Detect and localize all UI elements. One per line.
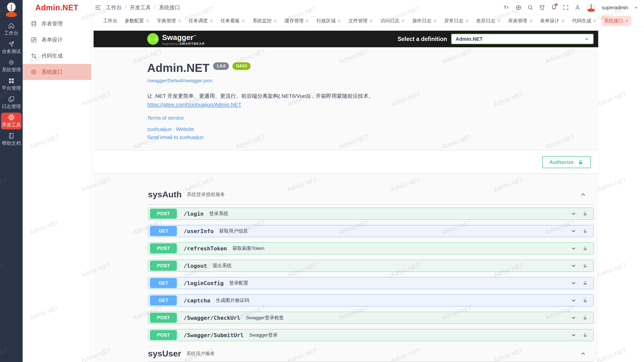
lock-open-icon[interactable] [582, 280, 588, 286]
search-icon[interactable] [527, 5, 533, 11]
grid-icon [8, 77, 15, 84]
profile-icon[interactable] [575, 5, 581, 11]
section-header-sysuser[interactable]: sysUser 系统用户服务 [148, 349, 594, 362]
theme-icon[interactable] [539, 5, 545, 11]
form-icon [31, 37, 37, 43]
authorize-button[interactable]: Authorize [542, 156, 591, 168]
close-icon[interactable] [433, 19, 437, 23]
close-icon[interactable] [369, 19, 373, 23]
chevron-up-icon[interactable] [580, 351, 586, 357]
close-icon[interactable] [273, 19, 277, 23]
close-icon[interactable] [305, 19, 309, 23]
terms-link[interactable]: Terms of service [147, 115, 594, 121]
rail-item-biz-test[interactable]: 业务测试 [1, 39, 22, 56]
api-operation-row[interactable]: POST /refreshToken 获取刷新Token [148, 242, 594, 254]
close-icon[interactable] [210, 19, 213, 23]
api-operation-row[interactable]: POST /login 登录系统 [148, 208, 594, 220]
sidebar-item-db-table-mgmt[interactable]: 库表管理 [23, 16, 91, 32]
sidebar-item-form-design[interactable]: 表单设计 [23, 32, 91, 48]
chevron-up-icon[interactable] [580, 192, 586, 198]
tab[interactable]: 文件管理 [346, 16, 376, 26]
contact-link[interactable]: zuohuaijun - Website [147, 126, 594, 132]
chevron-down-icon[interactable] [571, 280, 576, 286]
tab[interactable]: 系统接口 [601, 16, 631, 26]
tab[interactable]: 代码生成 [569, 16, 599, 26]
tab[interactable]: 操作日志 [410, 16, 440, 26]
app-logo[interactable] [5, 2, 18, 17]
lock-open-icon[interactable] [582, 263, 588, 268]
tab[interactable]: 差异日志 [473, 16, 504, 26]
language-icon[interactable] [515, 5, 521, 11]
chevron-down-icon[interactable] [571, 315, 576, 321]
close-icon[interactable] [593, 19, 597, 23]
api-operation-row[interactable]: POST /logout 退出系统 [148, 260, 594, 272]
tab[interactable]: 库表管理 [505, 16, 536, 26]
tab[interactable]: 任务看板 [218, 16, 248, 26]
breadcrumb-item[interactable]: 系统接口 [159, 4, 180, 11]
rail-item-system-mgmt[interactable]: 系统管理 [1, 58, 22, 74]
tab[interactable]: 访问日志 [378, 16, 408, 26]
close-icon[interactable] [465, 19, 469, 23]
definition-select[interactable]: Admin.NET [451, 34, 594, 44]
chevron-down-icon[interactable] [571, 298, 576, 303]
close-icon[interactable] [178, 19, 181, 23]
chevron-down-icon[interactable] [571, 263, 576, 268]
tab[interactable]: 参数配置 [122, 16, 152, 26]
chevron-down-icon[interactable] [571, 246, 576, 251]
close-icon[interactable] [497, 19, 501, 23]
lock-open-icon[interactable] [582, 315, 588, 321]
breadcrumb-item[interactable]: 开发工具 [130, 4, 151, 11]
api-operation-row[interactable]: GET /userInfo 获取用户信息 [148, 225, 594, 237]
api-operation-row[interactable]: POST /Swagger/CheckUrl Swagger登录检查 [148, 312, 594, 324]
lock-open-icon[interactable] [582, 228, 588, 234]
user-avatar[interactable] [586, 3, 596, 12]
tab[interactable]: 缓存管理 [282, 16, 312, 26]
lock-open-icon[interactable] [582, 211, 588, 216]
fullscreen-icon[interactable] [563, 5, 569, 11]
tab[interactable]: 异常日志 [441, 16, 472, 26]
sidebar-collapse-icon[interactable] [95, 4, 101, 11]
rail-item-help-docs[interactable]: 帮助文档 [1, 131, 22, 148]
spec-url-link[interactable]: /swagger/Default/swagger.json [147, 78, 212, 83]
close-icon[interactable] [529, 19, 533, 23]
close-icon[interactable] [146, 19, 149, 23]
lock-open-icon[interactable] [582, 246, 588, 251]
rail-item-workbench[interactable]: 工作台 [1, 21, 22, 38]
tab-label: 异常日志 [444, 18, 463, 24]
operation-controls [571, 332, 588, 338]
tab[interactable]: 任务调度 [186, 16, 216, 26]
api-operation-row[interactable]: GET /captcha 生成图片验证码 [148, 294, 594, 306]
close-icon[interactable] [625, 19, 629, 23]
rail-item-dev-tools[interactable]: 开发工具 [1, 113, 22, 129]
api-operation-row[interactable]: GET /loginConfig 登录配置 [148, 277, 594, 289]
sidebar-item-system-api[interactable]: 系统接口 [23, 64, 91, 80]
font-size-icon[interactable]: TT [504, 5, 510, 11]
tab[interactable]: 行政区域 [314, 16, 344, 26]
lock-open-icon[interactable] [582, 298, 588, 303]
api-operation-row[interactable]: POST /Swagger/SubmitUrl Swagger登录 [148, 329, 594, 341]
close-icon[interactable] [242, 19, 245, 23]
repo-link[interactable]: https://gitee.com/zuohuaijun/Admin.NET [147, 102, 242, 108]
close-icon[interactable] [401, 19, 405, 23]
tab[interactable]: 系统监控 [250, 16, 280, 26]
chevron-down-icon[interactable] [634, 5, 638, 10]
tab[interactable]: 字典管理 [154, 16, 184, 26]
operation-summary: 登录系统 [209, 210, 228, 217]
chevron-down-icon[interactable] [571, 211, 576, 216]
tab[interactable]: 工作台 [100, 16, 120, 26]
close-icon[interactable] [561, 19, 565, 23]
lock-open-icon[interactable] [582, 332, 588, 338]
chevron-down-icon[interactable] [571, 332, 576, 338]
breadcrumb-item[interactable]: 工作台 [106, 4, 122, 11]
username[interactable]: superadmin [602, 5, 628, 11]
close-icon[interactable] [337, 19, 341, 23]
notification-bell[interactable] [551, 4, 557, 11]
tab[interactable]: 表单设计 [537, 16, 568, 26]
sidebar-item-code-gen[interactable]: 代码生成 [23, 48, 91, 64]
section-header-sysauth[interactable]: sysAuth 系统登录授权服务 [148, 190, 594, 205]
rail-item-log-mgmt[interactable]: 日志管理 [1, 94, 22, 111]
top-header: 工作台 / 开发工具 / 系统接口 TT sup [91, 0, 644, 15]
rail-item-platform-mgmt[interactable]: 平台管理 [1, 76, 22, 93]
email-link[interactable]: Send email to zuohuaijun [147, 134, 594, 140]
chevron-down-icon[interactable] [571, 228, 576, 234]
